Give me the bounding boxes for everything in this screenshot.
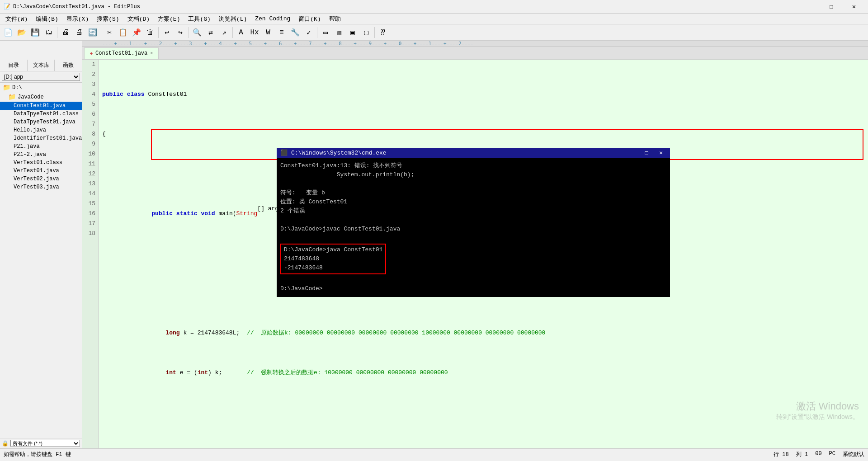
tab-consttest01[interactable]: ◆ ConstTest01.java × <box>84 47 159 59</box>
method-name: main <box>219 209 233 219</box>
cmd-close[interactable]: ✕ <box>656 149 666 156</box>
cut-button[interactable]: ✂ <box>103 26 116 39</box>
record-button[interactable]: ▢ <box>360 26 373 39</box>
file-tree: 📁 D:\ 📁 JavaCode ConstTest01.java DataTp… <box>0 83 82 438</box>
align-button[interactable]: ≡ <box>275 26 288 39</box>
cmd-line-13 <box>280 275 666 284</box>
save-all-button[interactable]: 🗂 <box>42 26 55 39</box>
sidebar-tabs: 目录 文本库 函数 <box>0 60 82 71</box>
title-bar-controls: — ❒ ✕ <box>798 0 864 14</box>
paste-button[interactable]: 📌 <box>130 26 143 39</box>
editor-area[interactable]: 1 2 3 4 5 6 7 8 9 10 11 12 13 14 15 16 1… <box>82 60 868 448</box>
menu-scheme[interactable]: 方案(E) <box>154 14 184 24</box>
restore-button[interactable]: ❒ <box>821 0 842 14</box>
cmd-line-12: -2147483648 <box>284 263 382 273</box>
tree-item-label: VerTest01.class <box>14 160 62 166</box>
print-preview-button[interactable]: 🖨 <box>73 26 85 39</box>
sidebar: 目录 文本库 函数 [D:] app 📁 D:\ 📁 JavaCode Cons… <box>0 60 82 448</box>
filter-select[interactable]: 所有文件 (*.*) <box>10 440 80 447</box>
tree-item-ver03[interactable]: VerTest03.java <box>0 183 82 191</box>
sep5 <box>232 27 233 38</box>
status-left: 如需帮助，请按键盘 F1 键 <box>4 451 71 458</box>
menu-file[interactable]: 文件(W) <box>2 14 31 24</box>
status-row: 行 18 <box>774 451 789 458</box>
menu-window[interactable]: 窗口(K) <box>295 14 324 24</box>
copy-button[interactable]: 📋 <box>117 26 129 39</box>
code-button[interactable]: 🔧 <box>289 26 302 39</box>
menu-doc[interactable]: 文档(D) <box>124 14 153 24</box>
tree-item-hello[interactable]: Hello.java <box>0 126 82 134</box>
tree-item-verclass[interactable]: VerTest01.class <box>0 159 82 167</box>
minimize-button[interactable]: — <box>798 0 819 14</box>
cmd-icon: ⬛ <box>280 149 288 156</box>
menu-view[interactable]: 显示(X) <box>63 14 92 24</box>
dir-select[interactable]: [D:] app <box>2 73 80 81</box>
code-line-2: { <box>102 129 864 139</box>
replace-button[interactable]: ⇄ <box>204 26 217 39</box>
format-button[interactable]: W <box>262 26 274 39</box>
tree-item-ver02[interactable]: VerTest02.java <box>0 175 82 183</box>
cmd-minimize[interactable]: — <box>627 150 638 156</box>
tree-item-label: D:\ <box>12 85 22 91</box>
tree-item-consttest01[interactable]: ConstTest01.java <box>0 102 82 110</box>
line-num-5: 5 <box>82 99 95 109</box>
tree-item-javacode[interactable]: 📁 JavaCode <box>0 92 82 102</box>
save-button[interactable]: 💾 <box>29 26 42 39</box>
tree-item-ver01[interactable]: VerTest01.java <box>0 167 82 175</box>
cmd-titlebar: ⬛ C:\Windows\System32\cmd.exe — ❒ ✕ <box>277 148 670 158</box>
status-col: 列 1 <box>796 451 808 458</box>
tree-item-p212[interactable]: P21-2.java <box>0 151 82 159</box>
cmd-title: C:\Windows\System32\cmd.exe <box>291 150 387 156</box>
menu-zencoding[interactable]: Zen Coding <box>251 14 294 23</box>
main-layout: 目录 文本库 函数 [D:] app 📁 D:\ 📁 JavaCode Cons… <box>0 60 868 448</box>
tree-item-label: JavaCode <box>18 94 44 100</box>
tree-item-d[interactable]: 📁 D:\ <box>0 83 82 92</box>
sidebar-tab-textlib[interactable]: 文本库 <box>28 60 55 71</box>
kw-int: int <box>165 368 176 378</box>
spellcheck-button[interactable]: A <box>235 26 247 39</box>
tree-item-label: IdentifierTest01.java <box>14 135 82 141</box>
tree-item-label: Hello.java <box>14 127 46 133</box>
sep3 <box>158 27 159 38</box>
open-button[interactable]: 📂 <box>15 26 28 39</box>
redo-button[interactable]: ↪ <box>174 26 187 39</box>
menu-help[interactable]: 帮助 <box>326 14 344 24</box>
execute-button[interactable]: ▣ <box>346 26 359 39</box>
menu-tools[interactable]: 工具(G) <box>184 14 214 24</box>
tree-item-datatpyejava[interactable]: DataTpyeTest01.java <box>0 118 82 126</box>
tree-item-identifier[interactable]: IdentifierTest01.java <box>0 134 82 142</box>
sidebar-tab-func[interactable]: 函数 <box>55 60 82 71</box>
cmd-line-14: D:\JavaCode> <box>280 284 666 293</box>
cast-int: int <box>198 368 208 378</box>
dir-dropdown[interactable]: [D:] app <box>0 71 82 83</box>
new-button[interactable]: 📄 <box>2 26 14 39</box>
menu-search[interactable]: 搜索(S) <box>93 14 123 24</box>
cmd-line-6: 2 个错误 <box>280 207 666 216</box>
refresh-button[interactable]: 🔄 <box>86 26 99 39</box>
compile-button[interactable]: ▭ <box>319 26 332 39</box>
line-num-18: 18 <box>82 229 95 239</box>
cmd-window[interactable]: ⬛ C:\Windows\System32\cmd.exe — ❒ ✕ Cons… <box>277 148 670 297</box>
filter-icon: 🔒 <box>2 440 9 447</box>
find-button[interactable]: 🔍 <box>191 26 203 39</box>
status-right: 行 18 列 1 00 PC 系统默认 <box>774 451 864 458</box>
cmd-line-3 <box>280 179 666 188</box>
status-pc: PC <box>829 451 835 458</box>
tree-item-p21[interactable]: P21.java <box>0 142 82 151</box>
print-button[interactable]: 🖨 <box>59 26 72 39</box>
wordcount-button[interactable]: Hx <box>248 26 261 39</box>
menu-browser[interactable]: 浏览器(L) <box>215 14 250 24</box>
cmd-maximize[interactable]: ❒ <box>641 149 652 156</box>
goto-button[interactable]: ↗ <box>218 26 231 39</box>
debug-button[interactable]: ▧ <box>333 26 345 39</box>
run-button[interactable]: ✓ <box>302 26 315 39</box>
tree-item-datatpyeclass[interactable]: DataTpyeTest01.class <box>0 110 82 118</box>
menu-edit[interactable]: 编辑(B) <box>32 14 61 24</box>
sidebar-tab-dir[interactable]: 目录 <box>0 60 28 71</box>
tab-close-button[interactable]: × <box>150 51 153 56</box>
delete-button[interactable]: 🗑 <box>144 26 156 39</box>
help-button[interactable]: ⁇ <box>377 26 389 39</box>
file-filter: 🔒 所有文件 (*.*) <box>0 438 82 448</box>
undo-button[interactable]: ↩ <box>160 26 173 39</box>
close-button[interactable]: ✕ <box>844 0 864 14</box>
